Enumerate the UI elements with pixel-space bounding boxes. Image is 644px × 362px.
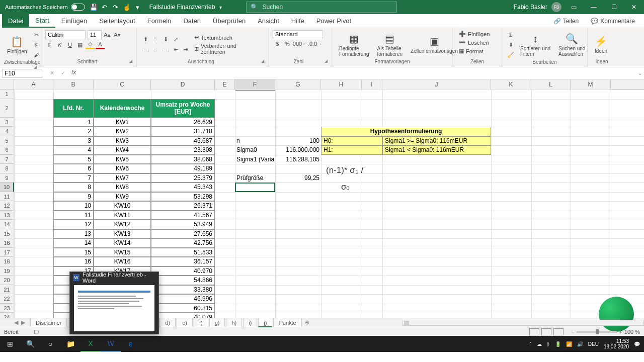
tray-bluetooth-icon[interactable]: ᛒ [547,341,550,347]
increase-decimal-icon[interactable]: ←.0 [303,39,312,48]
sheet-tab-d[interactable]: d) [159,318,176,327]
sheet-nav-prev-icon[interactable]: ◀ [14,319,18,326]
column-header[interactable]: M [571,79,611,89]
row-header[interactable]: 19 [0,266,14,276]
cancel-icon[interactable]: ✕ [47,69,56,78]
tray-clock[interactable]: 11:5318.02.2020 [604,338,629,349]
user-name[interactable]: Fabio Basler [514,4,547,11]
word-taskbar-preview[interactable]: W Fallstudie Finanzvertrieb - Word [69,272,159,334]
copy-icon[interactable]: ⎘ [32,40,41,49]
sheet-nav-next-icon[interactable]: ▶ [21,319,25,326]
row-header[interactable]: 11 [0,192,14,202]
taskbar-excel-icon[interactable]: X [80,336,101,352]
align-left-icon[interactable]: ≡ [141,45,150,54]
taskbar-word-icon[interactable]: W [101,336,121,352]
format-painter-icon[interactable]: 🖌 [32,50,41,59]
table-cell[interactable]: 42.756 [151,238,215,248]
zoom-slider[interactable] [577,331,617,333]
tab-insert[interactable]: Einfügen [55,14,93,28]
table-header[interactable]: Kalenderwoche [94,99,151,118]
table-cell[interactable]: KW14 [94,238,151,248]
format-as-table-button[interactable]: ▤Als Tabelle formatieren [374,32,406,58]
row-header[interactable]: 21 [0,285,14,295]
border-icon[interactable]: ▦ [75,40,85,49]
row-header[interactable]: 13 [0,211,14,220]
accept-icon[interactable]: ✓ [58,69,67,78]
column-header[interactable]: G [275,79,321,89]
tab-view[interactable]: Ansicht [252,14,285,28]
decrease-decimal-icon[interactable]: .0→ [313,39,322,48]
tray-volume-icon[interactable]: 🔊 [577,341,583,347]
tab-help[interactable]: Hilfe [285,14,310,28]
tab-formulas[interactable]: Formeln [141,14,178,28]
macro-record-icon[interactable]: ▢ [34,328,39,335]
taskbar-app1-icon[interactable]: 📁 [60,336,80,352]
autosave-toggle[interactable]: Automatisches Speichern [2,4,88,11]
table-cell[interactable]: 27.656 [151,229,215,239]
minimize-icon[interactable]: — [586,0,602,14]
autosum-icon[interactable]: Σ [506,30,515,39]
start-button[interactable]: ⊞ [0,336,20,352]
table-cell[interactable]: 7 [53,173,94,183]
cell-value[interactable]: 100 [275,136,321,146]
table-cell[interactable]: KW6 [94,164,151,173]
column-header[interactable]: K [491,79,531,89]
addin-logo[interactable] [599,297,634,332]
formula-input[interactable] [81,69,636,78]
table-cell[interactable]: 1 [53,118,94,127]
table-cell[interactable]: 40.970 [151,266,215,276]
font-color-icon[interactable]: A [96,40,105,49]
table-header[interactable]: Lfd. Nr. [53,99,94,118]
hypo-label[interactable]: H1: [321,145,382,155]
sheet-tab-g[interactable]: g) [209,318,225,327]
launcher-icon[interactable]: ◢ [34,65,37,69]
table-cell[interactable]: 13 [53,229,94,239]
table-cell[interactable]: KW2 [94,127,151,136]
currency-icon[interactable]: $ [273,39,282,48]
table-cell[interactable]: 53.949 [151,220,215,229]
select-all[interactable] [0,79,14,89]
share-button[interactable]: 🔗Teilen [548,18,584,25]
table-cell[interactable]: KW1 [94,118,151,127]
hypo-label[interactable]: H0: [321,136,382,146]
row-header[interactable]: 23 [0,304,14,313]
table-cell[interactable]: KW12 [94,220,151,229]
view-pagelayout-icon[interactable] [541,328,551,335]
tray-battery-icon[interactable]: 🔋 [555,341,561,347]
tab-file[interactable]: Datei [2,14,29,28]
cut-icon[interactable]: ✂ [32,30,41,39]
number-format-input[interactable] [273,30,323,38]
table-cell[interactable]: 9 [53,192,94,202]
row-header[interactable]: 6 [0,145,14,155]
clear-icon[interactable]: 🧹 [506,50,515,59]
table-cell[interactable]: 15 [53,248,94,257]
row-header[interactable]: 2 [0,99,14,118]
column-header[interactable]: L [531,79,571,89]
undo-icon[interactable]: ↶ [99,2,110,13]
equation[interactable]: σ₀ [341,182,381,193]
table-cell[interactable]: KW9 [94,192,151,202]
table-cell[interactable]: KW11 [94,211,151,220]
table-cell[interactable]: 60.815 [151,304,215,313]
font-name-input[interactable] [45,30,86,39]
horizontal-scrollbar[interactable] [403,320,644,326]
orientation-icon[interactable]: ⤢ [171,35,180,44]
row-header[interactable]: 12 [0,201,14,211]
table-cell[interactable]: 25.379 [151,173,215,183]
row-header[interactable]: 8 [0,164,14,173]
font-size-input[interactable] [88,30,102,39]
table-cell[interactable]: KW10 [94,201,151,211]
percent-icon[interactable]: % [283,39,292,48]
indent-decrease-icon[interactable]: ⇤ [171,45,180,54]
row-header[interactable]: 5 [0,136,14,146]
table-cell[interactable]: 5 [53,155,94,164]
redo-icon[interactable]: ↷ [110,2,121,13]
table-cell[interactable]: 23.308 [151,145,215,155]
taskbar-search-icon[interactable]: 🔍 [20,336,40,352]
row-header[interactable]: 10 [0,183,14,192]
save-icon[interactable]: 💾 [88,2,99,13]
touch-icon[interactable]: ☝ [121,2,132,13]
ideas-button[interactable]: ⚡Ideen [592,34,610,55]
increase-font-icon[interactable]: A▴ [103,30,112,39]
tab-home[interactable]: Start [29,14,55,28]
